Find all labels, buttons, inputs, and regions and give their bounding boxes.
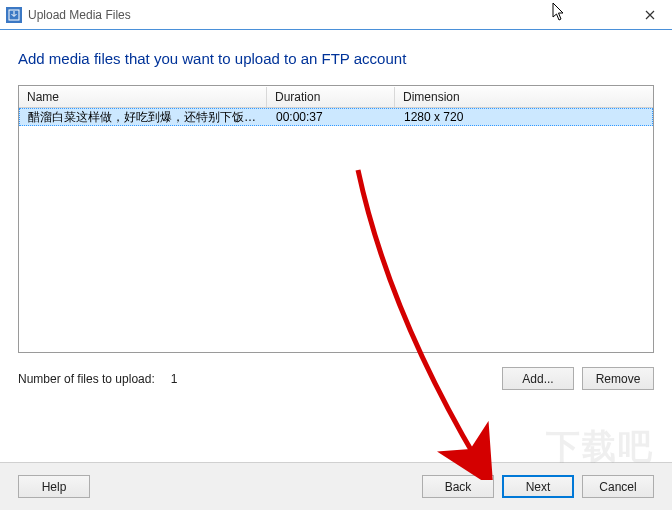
close-icon [645, 10, 655, 20]
cell-dimension: 1280 x 720 [396, 109, 536, 125]
back-button[interactable]: Back [422, 475, 494, 498]
table-header: Name Duration Dimension [19, 86, 653, 108]
next-button[interactable]: Next [502, 475, 574, 498]
remove-button[interactable]: Remove [582, 367, 654, 390]
titlebar: Upload Media Files [0, 0, 672, 30]
status-row: Number of files to upload: 1 Add... Remo… [18, 367, 654, 390]
cell-name: 醋溜白菜这样做，好吃到爆，还特别下饭，... [20, 108, 268, 127]
table-row[interactable]: 醋溜白菜这样做，好吃到爆，还特别下饭，... 00:00:37 1280 x 7… [19, 108, 653, 126]
close-button[interactable] [627, 0, 672, 30]
content-area: Add media files that you want to upload … [0, 30, 672, 390]
cell-duration: 00:00:37 [268, 109, 396, 125]
status-label: Number of files to upload: [18, 372, 155, 386]
window-title: Upload Media Files [28, 8, 627, 22]
file-table: Name Duration Dimension 醋溜白菜这样做，好吃到爆，还特别… [18, 85, 654, 353]
app-icon [6, 7, 22, 23]
help-button[interactable]: Help [18, 475, 90, 498]
add-button[interactable]: Add... [502, 367, 574, 390]
page-heading: Add media files that you want to upload … [18, 50, 654, 67]
col-header-name[interactable]: Name [19, 87, 267, 107]
status-count: 1 [171, 372, 178, 386]
col-header-dimension[interactable]: Dimension [395, 87, 653, 107]
cancel-button[interactable]: Cancel [582, 475, 654, 498]
col-header-duration[interactable]: Duration [267, 87, 395, 107]
footer: Help Back Next Cancel [0, 462, 672, 510]
